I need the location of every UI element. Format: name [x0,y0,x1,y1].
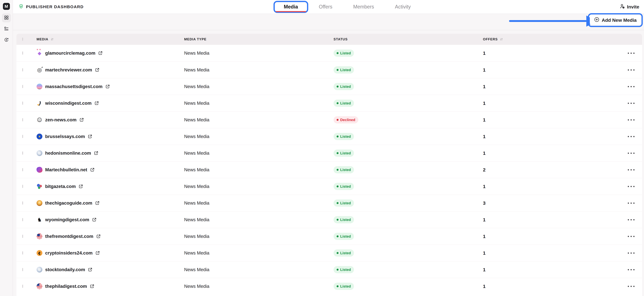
select-all-checkbox[interactable] [22,38,23,41]
table-row: hedonismonline.com News Media Listed 1 [16,145,642,161]
offers-count: 1 [483,184,486,189]
external-link-icon[interactable] [95,68,99,72]
row-menu-button[interactable] [626,167,636,172]
site-domain-link[interactable]: hedonismonline.com [45,150,91,156]
column-header-status: STATUS [334,37,483,41]
row-checkbox[interactable] [22,68,23,71]
ellipsis-icon [628,169,629,170]
row-menu-button[interactable] [626,267,636,273]
workspace-logo[interactable]: M [3,3,10,10]
column-header-media: MEDIA [36,37,184,41]
offers-count: 1 [483,67,486,73]
row-menu-button[interactable] [626,134,636,139]
external-link-icon[interactable] [88,268,92,272]
row-checkbox[interactable] [22,251,23,255]
status-badge: Listed [334,149,354,157]
ellipsis-icon [628,86,629,87]
shield-check-icon [18,4,24,10]
table-row: wisconsindigest.com News Media Listed 1 [16,95,642,111]
row-checkbox[interactable] [22,168,23,171]
site-domain-link[interactable]: brusselssays.com [45,134,85,139]
row-checkbox[interactable] [22,151,23,155]
external-link-icon[interactable] [90,284,94,289]
row-checkbox[interactable] [22,218,23,221]
row-menu-button[interactable] [626,200,636,206]
site-domain-link[interactable]: thephiladigest.com [45,284,87,289]
external-link-icon[interactable] [94,101,99,105]
offers-count: 1 [483,101,486,106]
row-menu-button[interactable] [626,284,636,289]
status-badge: Declined [334,116,358,124]
status-badge: Listed [334,133,354,140]
external-link-icon[interactable] [79,118,84,122]
row-checkbox[interactable] [22,118,23,121]
row-checkbox[interactable] [22,185,23,188]
invite-button[interactable]: Invite [618,3,640,10]
external-link-icon[interactable] [98,51,102,55]
skyline-favicon-icon [36,200,42,206]
row-menu-button[interactable] [626,250,636,256]
external-link-icon[interactable] [88,134,92,139]
site-domain-link[interactable]: Martechbulletin.net [45,167,87,172]
tab-activity[interactable]: Activity [395,0,411,13]
annotation-ring: Add New Media [588,13,643,27]
eu-favicon-icon [36,134,42,140]
row-checkbox[interactable] [22,85,23,88]
ellipsis-icon [628,119,629,121]
site-domain-link[interactable]: cryptoinsiders24.com [45,250,92,256]
external-link-icon[interactable] [95,201,100,205]
offers-count: 1 [483,250,486,256]
sidebar-item-media-list[interactable] [2,24,11,33]
gem-favicon-icon [36,50,42,56]
top-bar: PUBLISHER DASHBOARD Media Offers Members… [13,0,644,14]
external-link-icon[interactable] [105,84,110,89]
external-link-icon[interactable] [92,217,96,222]
site-domain-link[interactable]: massachusettsdigest.com [45,84,102,89]
row-menu-button[interactable] [626,84,636,89]
row-checkbox[interactable] [22,135,23,138]
row-checkbox[interactable] [22,51,23,55]
site-domain-link[interactable]: wyomingdigest.com [45,217,89,222]
sort-icon[interactable] [500,37,503,41]
row-menu-button[interactable] [626,67,636,73]
row-checkbox[interactable] [22,235,23,238]
site-domain-link[interactable]: bitgazeta.com [45,184,76,189]
row-menu-button[interactable] [626,234,636,239]
external-link-icon[interactable] [78,184,83,189]
sidebar-item-earnings[interactable]: $ [2,36,11,44]
tab-media[interactable]: Media [284,0,298,13]
site-domain-link[interactable]: stocktondaily.com [45,267,85,272]
external-link-icon[interactable] [95,251,100,255]
row-menu-button[interactable] [626,50,636,56]
external-link-icon[interactable] [94,151,98,155]
add-new-media-label: Add New Media [602,17,637,23]
row-menu-button[interactable] [626,117,636,123]
ellipsis-icon [628,286,629,287]
sort-icon[interactable] [50,37,54,41]
row-checkbox[interactable] [22,201,23,205]
row-checkbox[interactable] [22,102,23,105]
tab-offers[interactable]: Offers [319,0,332,13]
sidebar-item-dashboard[interactable] [2,13,11,22]
row-menu-button[interactable] [626,101,636,106]
table-row: zen-news.com News Media Declined 1 [16,111,642,128]
add-new-media-button[interactable]: Add New Media [590,15,641,25]
external-link-icon[interactable] [90,167,94,172]
external-link-icon[interactable] [96,234,100,239]
row-checkbox[interactable] [22,285,23,288]
row-checkbox[interactable] [22,268,23,271]
site-domain-link[interactable]: martechreviewer.com [45,67,92,73]
row-menu-button[interactable] [626,184,636,189]
row-menu-button[interactable] [626,150,636,156]
site-domain-link[interactable]: wisconsindigest.com [45,101,92,106]
status-badge: Listed [334,49,354,57]
site-domain-link[interactable]: zen-news.com [45,117,76,123]
status-label: Listed [340,101,351,105]
status-badge: Listed [334,283,354,290]
row-menu-button[interactable] [626,217,636,222]
site-domain-link[interactable]: thefremontdigest.com [45,234,94,239]
tab-members[interactable]: Members [353,0,374,13]
site-domain-link[interactable]: thechigacoguide.com [45,200,92,206]
offers-count: 1 [483,134,486,139]
site-domain-link[interactable]: glamourcirclemag.com [45,50,95,56]
